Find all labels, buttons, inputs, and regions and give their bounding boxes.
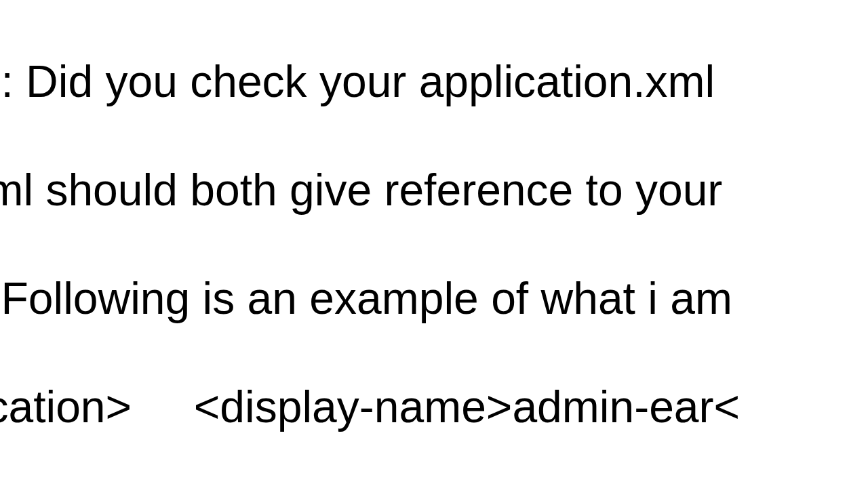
text-line-1: wer 4: Did you check your application.xm… (0, 54, 868, 108)
text-line-4: application> <display-name>admin-ear< (0, 380, 868, 434)
text-line-2: ion.xml should both give reference to yo… (0, 163, 868, 217)
text-line-3: dule. Following is an example of what i … (0, 271, 868, 325)
document-text: wer 4: Did you check your application.xm… (0, 0, 868, 488)
